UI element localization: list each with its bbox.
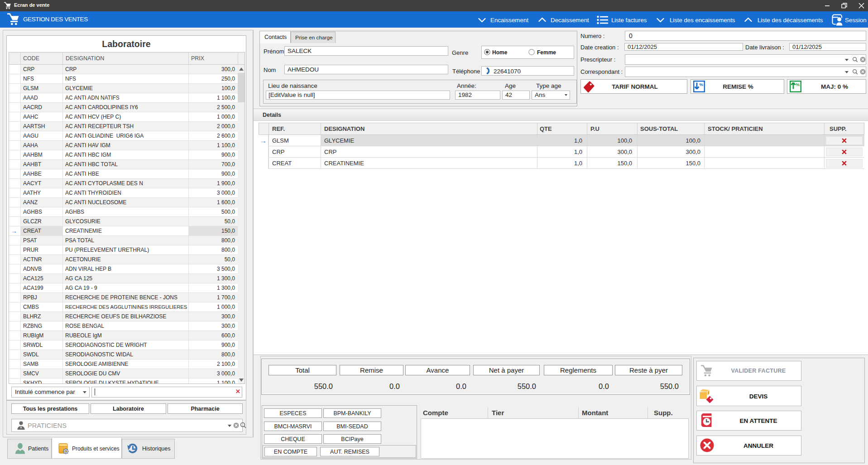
svg-text:%: % [700,82,704,87]
svg-text:%: % [796,82,800,87]
